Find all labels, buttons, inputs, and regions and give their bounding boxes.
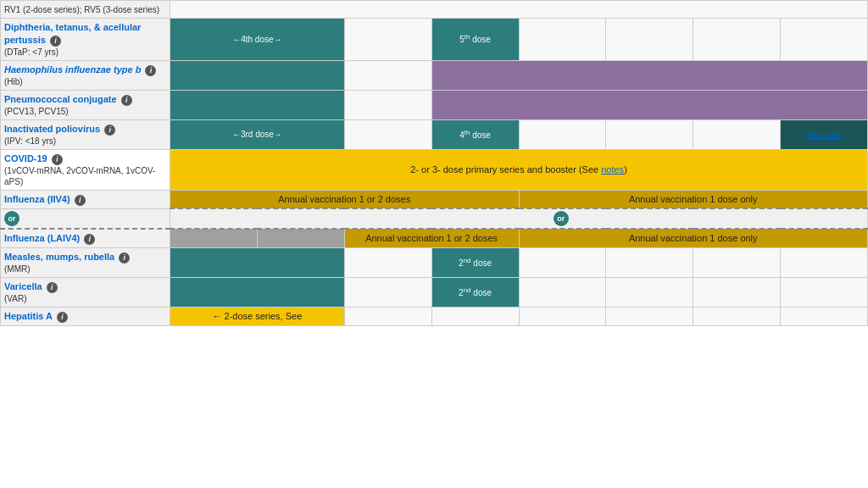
empty-cell xyxy=(606,119,693,149)
empty-cell xyxy=(781,278,868,308)
info-icon[interactable]: i xyxy=(119,252,130,263)
vaccine-cell-covid: COVID-19 i (1vCOV-mRNA, 2vCOV-mRNA, 1vCO… xyxy=(1,149,170,190)
empty-cell xyxy=(781,248,868,278)
varicella-teal xyxy=(170,278,345,308)
empty-cell xyxy=(781,19,868,60)
vaccine-cell-hib: Haemophilus influenzae type b i (Hib) xyxy=(1,60,170,90)
empty-cell xyxy=(344,308,431,326)
mmr-2nd-dose: 2nd dose xyxy=(431,248,519,278)
pcv-purple xyxy=(431,90,867,119)
empty-cell xyxy=(344,278,431,308)
info-icon[interactable]: i xyxy=(84,234,95,245)
covid-notes-link[interactable]: notes xyxy=(601,164,624,175)
empty-cell xyxy=(693,278,781,308)
empty-cell xyxy=(344,119,431,149)
mmr-name[interactable]: Measles, mumps, rubella xyxy=(4,252,114,262)
table-row-varicella: Varicella i (VAR) 2nd dose xyxy=(1,278,868,308)
table-row: RV1 (2-dose series); RV5 (3-dose series) xyxy=(1,1,868,19)
info-icon[interactable]: i xyxy=(47,282,58,293)
laiv4-gray2 xyxy=(257,229,344,248)
iiv4-annual12-text: Annual vaccination 1 or 2 doses xyxy=(278,194,410,204)
ipv-name[interactable]: Inactivated poliovirus xyxy=(4,124,100,134)
iiv4-annual1-text: Annual vaccination 1 dose only xyxy=(629,194,758,204)
info-icon[interactable]: i xyxy=(50,36,61,47)
info-icon[interactable]: i xyxy=(57,312,68,323)
vaccine-name: Haemophilus influenzae type b i xyxy=(4,64,166,76)
empty-cell xyxy=(431,308,519,326)
empty-cell xyxy=(693,308,781,326)
laiv4-annual1-text: Annual vaccination 1 dose only xyxy=(629,233,758,243)
info-icon[interactable]: i xyxy=(121,95,132,106)
vaccine-name: Hepatitis A i xyxy=(4,310,166,323)
vaccine-name: Pneumococcal conjugate i xyxy=(4,93,166,106)
table-row-hepa: Hepatitis A i ← 2-dose series, See xyxy=(1,308,868,326)
info-icon[interactable]: i xyxy=(52,154,63,165)
vaccine-cell-iiv4: Influenza (IIV4) i xyxy=(1,190,170,208)
varicella-2nd-dose: 2nd dose xyxy=(431,278,519,308)
vaccine-cell-ipv: Inactivated poliovirus i (IPV: <18 yrs) xyxy=(1,119,170,149)
vaccine-schedule-table: RV1 (2-dose series); RV5 (3-dose series)… xyxy=(0,0,868,326)
vaccine-cell-hepa: Hepatitis A i xyxy=(1,308,170,326)
ipv-4th-text: 4th dose xyxy=(459,130,491,140)
laiv4-gray1 xyxy=(170,229,258,248)
dtap-4th-dose: ←4th dose→ xyxy=(170,19,345,60)
table-row-influenza-iiv4: Influenza (IIV4) i Annual vaccination 1 … xyxy=(1,190,868,208)
vaccine-cell: RV1 (2-dose series); RV5 (3-dose series) xyxy=(1,1,170,19)
table-row-dtap: Diphtheria, tetanus, & acellular pertuss… xyxy=(1,19,868,60)
empty-cell xyxy=(693,19,781,60)
table-row-or: or or xyxy=(1,208,868,229)
varicella-2nd-text: 2nd dose xyxy=(459,288,492,297)
or-badge-right: or xyxy=(554,211,569,226)
dtap-sub: (DTaP: <7 yrs) xyxy=(4,47,166,58)
table-row-covid: COVID-19 i (1vCOV-mRNA, 2vCOV-mRNA, 1vCO… xyxy=(1,149,868,190)
dtap-link[interactable]: Diphtheria, tetanus, & acellular pertuss… xyxy=(4,22,141,44)
table-row-pcv: Pneumococcal conjugate i (PCV13, PCV15) xyxy=(1,90,868,119)
empty-cell xyxy=(344,90,431,119)
table-row-ipv: Inactivated poliovirus i (IPV: <18 yrs) … xyxy=(1,119,868,149)
vaccine-name: Influenza (IIV4) i xyxy=(4,193,166,206)
mmr-2nd-text: 2nd dose xyxy=(459,258,492,268)
laiv4-annual12-text: Annual vaccination 1 or 2 doses xyxy=(365,233,498,243)
varicella-name[interactable]: Varicella xyxy=(4,281,42,291)
hepa-name[interactable]: Hepatitis A xyxy=(4,311,53,321)
dtap-5th-dose: 5th dose xyxy=(431,19,519,60)
empty-cell xyxy=(606,278,693,308)
pcv-teal xyxy=(170,90,345,119)
vaccine-name: Varicella i xyxy=(4,280,166,293)
vaccine-cell-pcv: Pneumococcal conjugate i (PCV13, PCV15) xyxy=(1,90,170,119)
mmr-sub: (MMR) xyxy=(4,263,166,274)
empty-cell xyxy=(170,1,868,19)
ipv-4th-dose: 4th dose xyxy=(431,119,519,149)
empty-cell xyxy=(519,278,606,308)
info-icon[interactable]: i xyxy=(104,125,115,136)
covid-wide: 2- or 3- dose primary series and booster… xyxy=(170,149,868,190)
hib-name[interactable]: Haemophilus influenzae type b xyxy=(4,64,141,75)
empty-cell xyxy=(519,119,606,149)
ipv-see-notes: See notes xyxy=(781,119,868,149)
laiv4-name[interactable]: Influenza (LAIV4) xyxy=(4,233,80,243)
info-icon[interactable]: i xyxy=(145,65,156,76)
covid-sub: (1vCOV-mRNA, 2vCOV-mRNA, 1vCOV-aPS) xyxy=(4,165,166,187)
empty-cell xyxy=(693,248,781,278)
pcv-name[interactable]: Pneumococcal conjugate xyxy=(4,94,117,104)
empty-cell xyxy=(606,308,693,326)
vaccine-cell-laiv4: Influenza (LAIV4) i xyxy=(1,229,170,248)
info-icon[interactable]: i xyxy=(75,195,86,206)
covid-link[interactable]: COVID-19 xyxy=(4,153,47,164)
empty-cell xyxy=(781,308,868,326)
ipv-3rd-dose: ←3rd dose→ xyxy=(170,119,345,149)
see-notes-link[interactable]: See notes xyxy=(807,130,842,139)
vaccine-sub: RV1 (2-dose series); RV5 (3-dose series) xyxy=(4,5,159,14)
vaccine-name: Measles, mumps, rubella i xyxy=(4,251,166,263)
vaccine-cell-dtap: Diphtheria, tetanus, & acellular pertuss… xyxy=(1,19,170,60)
ipv-sub: (IPV: <18 yrs) xyxy=(4,136,166,147)
vaccine-cell-varicella: Varicella i (VAR) xyxy=(1,278,170,308)
empty-cell xyxy=(344,248,431,278)
covid-text: 2- or 3- dose primary series and booster… xyxy=(410,164,627,175)
iiv4-name[interactable]: Influenza (IIV4) xyxy=(4,194,70,204)
or-divider: or xyxy=(170,208,868,229)
varicella-sub: (VAR) xyxy=(4,293,166,304)
mmr-teal xyxy=(170,248,345,278)
table-row-influenza-laiv4: Influenza (LAIV4) i Annual vaccination 1… xyxy=(1,229,868,248)
or-badge: or xyxy=(4,211,19,226)
